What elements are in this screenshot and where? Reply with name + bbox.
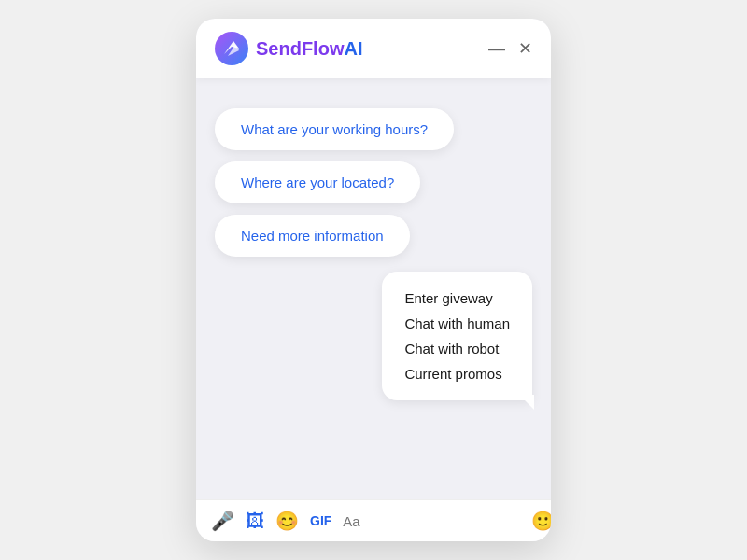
chat-window: SendFlowAI — ✕ What are your working hou… xyxy=(196,19,551,541)
emoji-icon[interactable]: 🙂 xyxy=(531,510,551,532)
header-controls: — ✕ xyxy=(488,40,532,57)
sticker-icon[interactable]: 😊 xyxy=(275,510,299,532)
close-button[interactable]: ✕ xyxy=(518,40,532,57)
brand-name: SendFlowAI xyxy=(256,38,362,60)
chat-body: What are your working hours? Where are y… xyxy=(196,78,551,499)
microphone-icon[interactable]: 🎤 xyxy=(211,510,234,532)
chat-header: SendFlowAI — ✕ xyxy=(196,19,551,78)
quick-reply-section: What are your working hours? Where are y… xyxy=(215,108,532,257)
svg-point-0 xyxy=(215,32,248,65)
footer-right-icons: 🙂 xyxy=(531,510,551,532)
brand-logo-icon xyxy=(215,32,248,65)
chat-bubble-menu: Enter giveway Chat with human Chat with … xyxy=(382,272,532,400)
menu-item-1[interactable]: Chat with human xyxy=(404,315,510,331)
menu-item-0[interactable]: Enter giveway xyxy=(404,290,510,306)
menu-list: Enter giveway Chat with human Chat with … xyxy=(404,290,510,382)
quick-reply-button-1[interactable]: Where are your located? xyxy=(215,161,420,203)
menu-item-2[interactable]: Chat with robot xyxy=(404,341,510,357)
gif-button[interactable]: GIF xyxy=(310,513,331,528)
quick-reply-button-0[interactable]: What are your working hours? xyxy=(215,108,454,150)
quick-reply-button-2[interactable]: Need more information xyxy=(215,215,410,257)
chat-footer: 🎤 🖼 😊 GIF 🙂 xyxy=(196,499,551,541)
menu-item-3[interactable]: Current promos xyxy=(404,366,510,382)
message-input[interactable] xyxy=(343,513,520,529)
header-brand: SendFlowAI xyxy=(215,32,362,65)
minimize-button[interactable]: — xyxy=(488,40,505,57)
image-icon[interactable]: 🖼 xyxy=(246,511,264,532)
